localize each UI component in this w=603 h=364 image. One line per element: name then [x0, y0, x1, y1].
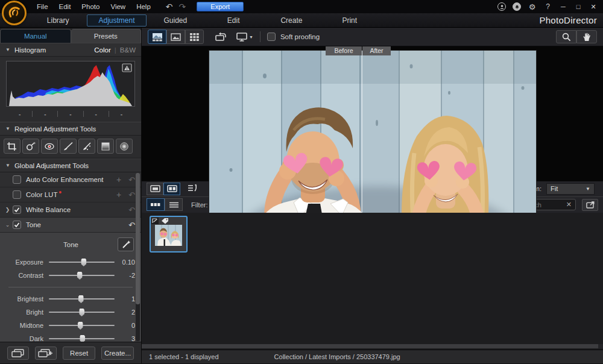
hist-mark: - — [33, 111, 57, 118]
export-button[interactable]: Export — [197, 2, 244, 11]
pan-hand-icon[interactable] — [576, 30, 597, 43]
menu-help[interactable]: Help — [131, 3, 156, 10]
photo-breadcrumb-path: Collection / Latest Imports / 250337479.… — [274, 353, 400, 360]
tab-library[interactable]: Library — [29, 14, 87, 27]
tab-manual[interactable]: Manual — [0, 29, 71, 43]
reset-row-icon[interactable]: ↶ — [128, 190, 135, 199]
reset-button[interactable]: Reset — [63, 347, 95, 360]
open-secondary-window-button[interactable] — [582, 199, 598, 211]
row-tone[interactable]: ⌄ Tone ↶ — [0, 218, 141, 233]
gradient-mask-tool-button[interactable] — [97, 139, 114, 154]
expander-icon[interactable]: ⌄ — [4, 222, 11, 228]
tab-create[interactable]: Create — [262, 14, 320, 27]
magnifier-zoom-icon[interactable] — [556, 30, 576, 43]
soft-proofing-label: Soft proofing — [280, 33, 320, 40]
add-preset-icon[interactable]: + — [116, 191, 121, 198]
list-view-button[interactable] — [165, 198, 183, 211]
single-view-button[interactable] — [166, 30, 185, 44]
row-white-balance[interactable]: ❯ White Balance ↶ — [0, 202, 141, 218]
slider-handle[interactable] — [77, 272, 83, 280]
adjustment-brush-tool-button[interactable] — [60, 139, 77, 154]
menu-photo[interactable]: Photo — [76, 3, 105, 10]
checkbox-checked[interactable] — [13, 221, 21, 229]
slider-track[interactable] — [49, 334, 115, 342]
checkbox-unchecked[interactable] — [13, 175, 21, 184]
undo-icon[interactable]: ↶ — [166, 1, 173, 12]
reset-row-icon[interactable]: ↶ — [128, 206, 135, 215]
clear-search-icon[interactable]: ✕ — [566, 201, 572, 209]
thumbnail-view-button[interactable] — [147, 198, 165, 211]
regional-tools-header[interactable]: ▼ Regional Adjustment Tools — [0, 122, 141, 136]
app-logo-icon[interactable] — [2, 1, 27, 25]
browser-view-button[interactable] — [148, 30, 166, 44]
slider-track[interactable] — [49, 258, 115, 266]
slider-handle[interactable] — [78, 295, 84, 303]
histogram-plot[interactable] — [6, 61, 135, 107]
zoom-fit-dropdown[interactable]: Fit ▼ — [546, 183, 595, 195]
reset-row-icon[interactable]: ↶ — [128, 175, 135, 184]
clipping-warning-icon[interactable] — [122, 63, 132, 72]
reset-tone-icon[interactable]: ↶ — [128, 221, 135, 230]
histogram-section-header[interactable]: ▼ Histogram Color | B&W — [0, 43, 141, 57]
soft-proofing-checkbox[interactable] — [267, 33, 276, 41]
rotate-photo-icon[interactable] — [215, 32, 227, 42]
slider-track[interactable] — [49, 321, 115, 330]
redo-icon[interactable]: ↷ — [179, 1, 186, 12]
account-icon[interactable] — [497, 2, 506, 11]
slider-track[interactable] — [49, 295, 115, 303]
tab-adjustment[interactable]: Adjustment — [87, 14, 146, 27]
row-auto-color-enhancement[interactable]: Auto Color Enhancement + ↶ — [0, 172, 141, 187]
slider-handle[interactable] — [80, 335, 85, 342]
global-tools-header[interactable]: ▼ Global Adjustment Tools — [0, 158, 141, 172]
tab-guided[interactable]: Guided — [147, 14, 204, 27]
radial-filter-tool-button[interactable] — [116, 139, 133, 154]
minimize-button[interactable]: ─ — [559, 3, 567, 10]
filmstrip-scrollbar[interactable] — [142, 344, 603, 348]
divider — [260, 31, 260, 42]
regional-tools-row — [0, 136, 141, 158]
help-icon[interactable]: ? — [543, 2, 552, 11]
slider-track[interactable] — [49, 308, 115, 316]
settings-gear-icon[interactable]: ⚙ — [528, 2, 537, 11]
notification-bell-icon[interactable] — [513, 2, 521, 11]
apply-adjustments-to-button[interactable] — [35, 347, 57, 360]
select-display-monitor-icon[interactable]: ▼ — [236, 33, 253, 42]
maximize-button[interactable]: □ — [574, 3, 582, 10]
menu-view[interactable]: View — [105, 3, 131, 10]
row-color-lut[interactable]: Color LUT + ↶ — [0, 187, 141, 202]
show-split-view-button[interactable] — [163, 183, 180, 195]
tab-presets[interactable]: Presets — [71, 29, 142, 43]
checkbox-checked[interactable] — [13, 206, 21, 214]
app-name: PhotoDirector — [539, 15, 597, 25]
row-label: Tone — [26, 221, 41, 228]
slider-track[interactable] — [49, 271, 115, 280]
close-button[interactable]: ✕ — [589, 3, 598, 11]
tab-edit[interactable]: Edit — [204, 14, 262, 27]
expander-icon[interactable]: ❯ — [4, 207, 11, 213]
show-one-view-button[interactable] — [147, 183, 163, 195]
red-eye-tool-button[interactable] — [41, 139, 58, 154]
add-preset-icon[interactable]: + — [116, 176, 121, 183]
sidebar-scrollbar[interactable] — [136, 173, 140, 341]
adjustment-selection-brush-button[interactable] — [78, 139, 95, 154]
slider-handle[interactable] — [79, 309, 84, 316]
slider-handle[interactable] — [81, 259, 86, 266]
menu-file[interactable]: File — [31, 3, 54, 10]
collapse-caret-icon: ▼ — [5, 126, 10, 131]
copy-settings-icon[interactable] — [188, 184, 200, 193]
photo-canvas[interactable]: Before After — [142, 46, 603, 181]
histogram-bw-toggle[interactable]: B&W — [120, 46, 136, 54]
copy-adjustments-button[interactable] — [7, 347, 29, 360]
photo-thumbnail-selected[interactable] — [150, 216, 188, 253]
slider-handle[interactable] — [78, 322, 83, 330]
grid-view-button[interactable] — [185, 30, 204, 44]
menu-edit[interactable]: Edit — [54, 3, 77, 10]
spot-removal-tool-button[interactable] — [22, 139, 39, 154]
checkbox-unchecked[interactable] — [13, 190, 21, 199]
create-preset-button[interactable]: Create... — [101, 347, 134, 360]
auto-tone-wand-button[interactable] — [118, 237, 134, 251]
tab-print[interactable]: Print — [321, 14, 379, 27]
histogram-color-toggle[interactable]: Color — [94, 46, 110, 54]
slider-label: Midtone — [6, 322, 43, 329]
crop-tool-button[interactable] — [4, 139, 21, 154]
